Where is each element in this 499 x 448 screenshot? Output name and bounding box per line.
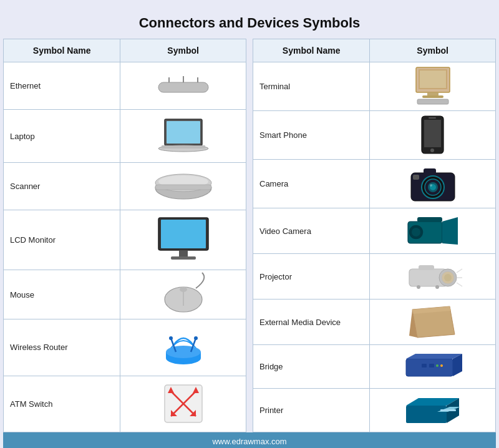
projector-icon <box>403 258 462 295</box>
symbol-name: Printer <box>253 389 370 432</box>
external-media-icon <box>406 303 459 341</box>
symbol-name: Video Camera <box>253 208 370 254</box>
svg-rect-13 <box>161 220 206 248</box>
svg-rect-7 <box>162 145 205 149</box>
lcd-monitor-icon <box>155 217 211 263</box>
svg-rect-38 <box>424 120 441 147</box>
table-row: Laptop <box>4 110 246 163</box>
svg-marker-52 <box>442 217 458 245</box>
svg-rect-48 <box>413 175 419 180</box>
symbol-cell <box>370 299 496 345</box>
laptop-icon <box>155 116 211 157</box>
symbol-name: ATM Switch <box>4 376 120 432</box>
table-row: Camera <box>253 160 496 208</box>
bridge-icon <box>403 351 462 382</box>
left-table: Symbol Name Symbol Ethernet <box>3 39 246 432</box>
svg-point-64 <box>436 364 438 367</box>
svg-point-51 <box>412 228 420 236</box>
left-col-symbol: Symbol <box>120 39 246 62</box>
tables-wrapper: Symbol Name Symbol Ethernet <box>3 39 496 432</box>
svg-point-47 <box>430 184 432 187</box>
symbol-cell <box>370 160 496 208</box>
symbol-cell <box>120 62 246 110</box>
ethernet-icon <box>155 74 211 99</box>
table-row: Scanner <box>4 163 246 210</box>
scanner-icon <box>152 169 215 203</box>
symbol-cell <box>370 254 496 299</box>
svg-rect-63 <box>429 364 434 368</box>
svg-point-21 <box>166 346 201 358</box>
right-col-name: Symbol Name <box>253 39 370 62</box>
svg-rect-53 <box>417 217 442 222</box>
symbol-name: Terminal <box>253 62 370 111</box>
symbol-cell <box>370 111 496 160</box>
svg-rect-67 <box>440 409 456 411</box>
table-row: LCD Monitor <box>4 210 246 270</box>
svg-rect-11 <box>155 185 211 190</box>
camera-icon <box>408 163 458 204</box>
svg-point-18 <box>180 287 187 292</box>
symbol-cell <box>120 270 246 319</box>
svg-rect-0 <box>158 82 208 92</box>
svg-rect-35 <box>422 95 443 98</box>
svg-rect-15 <box>171 256 196 260</box>
video-camera-icon <box>405 212 461 250</box>
symbol-name: Smart Phone <box>253 111 370 160</box>
table-row: Video Camera <box>253 208 496 254</box>
svg-rect-55 <box>419 265 434 270</box>
svg-point-65 <box>440 364 443 367</box>
symbol-cell <box>120 163 246 210</box>
atm-switch-icon <box>162 382 205 426</box>
symbol-name: Projector <box>253 254 370 299</box>
terminal-icon <box>411 66 455 107</box>
smartphone-icon <box>419 115 447 155</box>
table-row: ATM Switch <box>4 376 246 432</box>
svg-rect-5 <box>167 121 200 144</box>
symbol-cell <box>370 345 496 389</box>
symbol-cell <box>120 319 246 376</box>
symbol-name: LCD Monitor <box>4 210 120 270</box>
svg-rect-62 <box>422 364 427 368</box>
symbol-name: Bridge <box>253 345 370 389</box>
right-col-symbol: Symbol <box>370 39 496 62</box>
table-row: Mouse <box>4 270 246 319</box>
wireless-router-icon <box>158 326 208 369</box>
page-title: Connectors and Devices Symbols <box>139 15 361 31</box>
symbol-name: Scanner <box>4 163 120 210</box>
svg-rect-42 <box>424 168 436 175</box>
svg-point-60 <box>435 285 439 289</box>
svg-rect-61 <box>406 359 453 376</box>
table-row: Terminal <box>253 62 496 111</box>
symbol-name: Mouse <box>4 270 120 319</box>
symbol-cell <box>370 208 496 254</box>
mouse-icon <box>158 276 208 313</box>
symbol-cell <box>120 376 246 432</box>
left-col-name: Symbol Name <box>4 39 120 62</box>
svg-rect-66 <box>406 406 447 423</box>
right-table: Symbol Name Symbol Terminal <box>253 39 496 432</box>
footer: www.edrawmax.com <box>3 432 496 448</box>
svg-point-24 <box>169 336 173 340</box>
symbol-name: Camera <box>253 160 370 208</box>
symbol-cell <box>370 62 496 111</box>
table-row: Ethernet <box>4 62 246 110</box>
symbol-cell <box>120 210 246 270</box>
symbol-name: Laptop <box>4 110 120 163</box>
symbol-cell <box>120 110 246 163</box>
symbol-name: Ethernet <box>4 62 120 110</box>
svg-rect-40 <box>429 117 436 119</box>
svg-point-58 <box>444 274 452 281</box>
table-row: Wireless Router <box>4 319 246 376</box>
symbol-name: Wireless Router <box>4 319 120 376</box>
svg-point-25 <box>194 336 198 340</box>
table-row: External Media Device <box>253 299 496 345</box>
symbol-name: External Media Device <box>253 299 370 345</box>
svg-point-59 <box>417 285 420 289</box>
table-row: Printer <box>253 389 496 432</box>
table-row: Bridge <box>253 345 496 389</box>
svg-point-39 <box>430 149 434 152</box>
table-row: Smart Phone <box>253 111 496 160</box>
svg-rect-33 <box>420 71 446 88</box>
printer-icon <box>403 393 462 427</box>
svg-rect-36 <box>417 99 448 104</box>
